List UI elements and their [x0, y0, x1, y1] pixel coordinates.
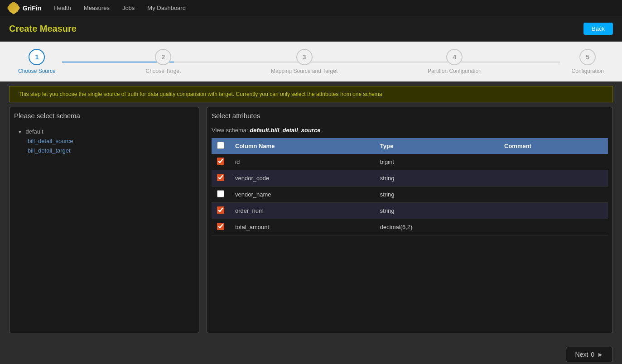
- attributes-panel: Select attributes View schema: default.b…: [207, 107, 613, 333]
- step-1-circle: 1: [29, 49, 45, 65]
- brand-text: GriFin: [23, 5, 41, 12]
- header-checkbox-cell: [212, 138, 230, 154]
- step-5-label: Configuration: [572, 68, 604, 74]
- cell-type: string: [375, 203, 499, 219]
- next-count: 0: [591, 351, 594, 358]
- brand: GriFin: [7, 2, 41, 14]
- col-header-type: Type: [375, 138, 499, 154]
- row-checkbox-cell: [212, 154, 230, 170]
- tree-triangle-icon: ▼: [18, 129, 22, 134]
- nav-dashboard[interactable]: My Dashboard: [145, 1, 188, 15]
- tree-child-1[interactable]: bill_detail_target: [14, 146, 194, 155]
- row-checkbox-id[interactable]: [217, 158, 224, 165]
- step-3-circle: 3: [296, 49, 313, 65]
- cell-type: string: [375, 170, 499, 187]
- stepper-steps: 1 Choose Source 2 Choose Target 3 Mappin…: [18, 49, 604, 74]
- step-5[interactable]: 5 Configuration: [572, 49, 604, 74]
- row-checkbox-cell: [212, 187, 230, 203]
- row-checkbox-order-num[interactable]: [217, 206, 224, 214]
- tree-root[interactable]: ▼ default: [14, 127, 194, 136]
- page-header: Create Measure Back: [0, 16, 622, 42]
- table-row: total_amount decimal(6,2): [212, 219, 608, 235]
- step-2-circle: 2: [155, 49, 171, 65]
- cell-type: string: [375, 187, 499, 203]
- view-schema-label: View schema: default.bill_detail_source: [212, 127, 608, 134]
- table-body: id bigint vendor_code string v: [212, 154, 608, 235]
- col-header-name: Column Name: [230, 138, 375, 154]
- attributes-panel-title: Select attributes: [212, 112, 608, 121]
- step-3[interactable]: 3 Mapping Source and Target: [271, 49, 338, 74]
- page-title: Create Measure: [9, 24, 77, 34]
- next-button[interactable]: Next 0 ►: [566, 347, 613, 362]
- step-1-label: Choose Source: [18, 68, 56, 74]
- table-row: vendor_name string: [212, 187, 608, 203]
- cell-col-name: vendor_code: [230, 170, 375, 187]
- table-row: id bigint: [212, 154, 608, 170]
- cell-col-name: order_num: [230, 203, 375, 219]
- next-arrow-icon: ►: [597, 351, 603, 358]
- cell-type: decimal(6,2): [375, 219, 499, 235]
- nav-jobs[interactable]: Jobs: [121, 1, 136, 15]
- row-checkbox-cell: [212, 219, 230, 235]
- attributes-table: Column Name Type Comment id bigint: [212, 138, 608, 235]
- row-checkbox-vendor-code[interactable]: [217, 174, 224, 181]
- select-all-checkbox[interactable]: [217, 142, 224, 149]
- nav-measures[interactable]: Measures: [82, 1, 111, 15]
- cell-comment: [499, 219, 608, 235]
- row-checkbox-vendor-name[interactable]: [217, 190, 224, 197]
- info-banner: This step let you choose the single sour…: [9, 86, 613, 102]
- next-label: Next: [575, 351, 588, 358]
- col-header-comment: Comment: [499, 138, 608, 154]
- table-row: order_num string: [212, 203, 608, 219]
- table-row: vendor_code string: [212, 170, 608, 187]
- view-schema-value: default.bill_detail_source: [250, 127, 320, 134]
- cell-comment: [499, 154, 608, 170]
- cell-type: bigint: [375, 154, 499, 170]
- table-header: Column Name Type Comment: [212, 138, 608, 154]
- step-2[interactable]: 2 Choose Target: [145, 49, 181, 74]
- cell-comment: [499, 203, 608, 219]
- schema-panel: Please select schema ▼ default bill_deta…: [9, 107, 199, 333]
- schema-panel-title: Please select schema: [14, 112, 194, 121]
- step-4-circle: 4: [446, 49, 463, 65]
- navbar: GriFin Health Measures Jobs My Dashboard: [0, 0, 622, 16]
- row-checkbox-cell: [212, 170, 230, 187]
- cell-col-name: id: [230, 154, 375, 170]
- griffin-logo-icon: [7, 2, 20, 14]
- cell-comment: [499, 187, 608, 203]
- tree-root-label: default: [26, 128, 43, 135]
- footer-bar: Next 0 ►: [0, 342, 622, 364]
- tree-child-0[interactable]: bill_detail_source: [14, 136, 194, 146]
- stepper: 1 Choose Source 2 Choose Target 3 Mappin…: [0, 42, 622, 81]
- main-content: Please select schema ▼ default bill_deta…: [0, 107, 622, 342]
- cell-col-name: vendor_name: [230, 187, 375, 203]
- step-1[interactable]: 1 Choose Source: [18, 49, 56, 74]
- step-3-label: Mapping Source and Target: [271, 68, 338, 74]
- step-4[interactable]: 4 Partition Configuration: [428, 49, 482, 74]
- step-5-circle: 5: [579, 49, 596, 65]
- step-4-label: Partition Configuration: [428, 68, 482, 74]
- back-button[interactable]: Back: [583, 23, 613, 35]
- row-checkbox-cell: [212, 203, 230, 219]
- cell-col-name: total_amount: [230, 219, 375, 235]
- nav-health[interactable]: Health: [52, 1, 73, 15]
- row-checkbox-total-amount[interactable]: [217, 223, 224, 230]
- nav-links: Health Measures Jobs My Dashboard: [52, 1, 188, 15]
- cell-comment: [499, 170, 608, 187]
- step-2-label: Choose Target: [145, 68, 181, 74]
